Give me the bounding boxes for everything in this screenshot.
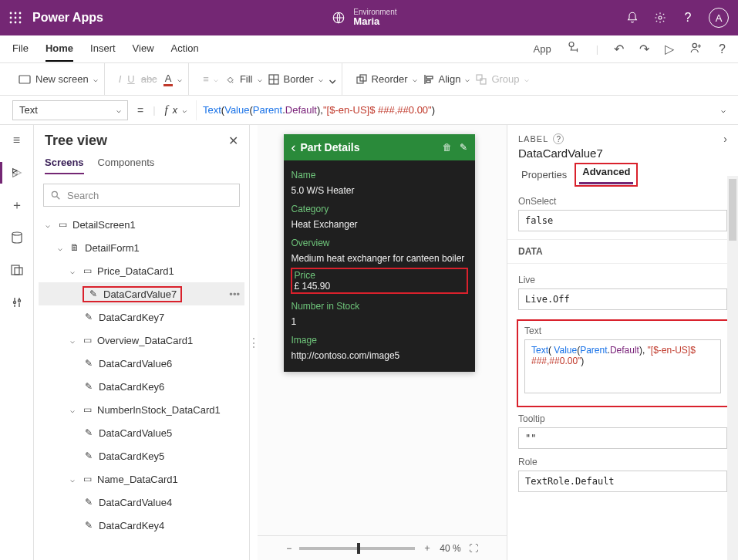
tab-screens[interactable]: Screens <box>45 152 84 174</box>
tree-node-screen[interactable]: ⌵▭DetailScreen1 <box>39 213 244 236</box>
share-icon[interactable] <box>689 41 703 58</box>
tree-node-overview-card[interactable]: ⌵▭Overview_DataCard1 <box>39 329 244 352</box>
tab-advanced[interactable]: Advanced <box>579 161 633 184</box>
svg-point-3 <box>10 17 12 19</box>
reorder-button[interactable]: Reorder ⌵ <box>356 73 417 85</box>
gear-icon[interactable] <box>653 11 667 25</box>
tree-node-stock-card[interactable]: ⌵▭NumberInStock_DataCard1 <box>39 398 244 421</box>
tree-node-price-card[interactable]: ⌵▭Price_DataCard1 <box>39 259 244 282</box>
card-icon: ▭ <box>82 404 93 415</box>
fill-label: Fill <box>240 73 253 85</box>
more-format-button[interactable]: ⌵ <box>329 73 335 86</box>
svg-point-0 <box>10 12 12 15</box>
svg-rect-20 <box>426 76 433 79</box>
zoom-out-button[interactable]: − <box>286 543 291 554</box>
formula-expand-icon[interactable]: ⌵ <box>721 106 726 114</box>
strike-button[interactable]: abc <box>141 73 157 85</box>
fit-icon[interactable]: ⛶ <box>469 543 478 554</box>
rail-tools-icon[interactable] <box>9 295 25 310</box>
text-input[interactable]: Text( Value(Parent.Default), "[$-en-US]$… <box>524 339 721 393</box>
data-section-header: DATA <box>507 239 738 264</box>
user-avatar[interactable]: A <box>709 8 729 28</box>
rail-insert-icon[interactable]: ＋ <box>9 197 25 213</box>
menu-file[interactable]: File <box>12 36 29 62</box>
help2-icon[interactable]: ? <box>719 42 726 56</box>
field-category-label: Category <box>291 204 467 214</box>
tree-node-datacardkey4[interactable]: ✎DataCardKey4 <box>39 514 244 537</box>
new-screen-button[interactable]: New screen ⌵ <box>19 73 98 85</box>
phone-preview[interactable]: ‹ Part Details 🗑 ✎ Name 5.0 W/S Heater C… <box>284 134 475 372</box>
field-price-value: £ 145.90 <box>295 281 464 292</box>
onselect-label: OnSelect <box>518 196 727 207</box>
more-icon[interactable]: ••• <box>229 288 240 300</box>
fill-button[interactable]: Fill ⌵ <box>224 73 262 85</box>
rail-tree-icon[interactable] <box>9 165 25 180</box>
group-label: Group <box>491 73 519 85</box>
onselect-input[interactable]: false <box>518 210 727 231</box>
help-icon[interactable]: ? <box>681 11 695 25</box>
environment-picker[interactable]: Environment Maria <box>353 8 396 27</box>
live-input[interactable]: Live.Off <box>518 288 727 310</box>
group-button[interactable]: Group ⌵ <box>476 73 528 85</box>
chevron-right-icon[interactable]: › <box>723 133 727 145</box>
font-color-button[interactable]: A⌵ <box>163 73 183 86</box>
italic-button[interactable]: I <box>119 73 122 85</box>
menu-home[interactable]: Home <box>45 36 73 62</box>
panel-resize-handle[interactable]: ⋮ <box>250 125 258 560</box>
checker-icon[interactable] <box>567 41 581 58</box>
tree-node-datacardvalue7[interactable]: ✎DataCardValue7••• <box>39 282 244 305</box>
formula-input[interactable]: Text( Value(Parent.Default), "[$-en-US]$… <box>196 100 715 120</box>
svg-rect-21 <box>426 80 430 83</box>
props-scrollbar[interactable] <box>727 176 738 560</box>
align-label: Align <box>439 73 461 85</box>
underline-button[interactable]: U <box>127 73 134 85</box>
zoom-in-button[interactable]: ＋ <box>423 541 432 555</box>
property-selector[interactable]: Text ⌵ <box>12 100 128 120</box>
close-icon[interactable]: ✕ <box>228 133 238 148</box>
rail-data-icon[interactable] <box>9 230 25 245</box>
label-icon: ✎ <box>83 427 94 438</box>
tree-node-datacardkey7[interactable]: ✎DataCardKey7 <box>39 305 244 329</box>
tree-node-datacardvalue6[interactable]: ✎DataCardValue6 <box>39 352 244 375</box>
bell-icon[interactable] <box>625 11 639 25</box>
app-title: Power Apps <box>32 11 103 25</box>
align-text-button[interactable]: ≡ ⌵ <box>203 73 218 85</box>
waffle-icon[interactable] <box>9 12 22 24</box>
svg-rect-26 <box>15 268 22 275</box>
left-rail: ≡ ＋ <box>0 125 34 560</box>
delete-icon[interactable]: 🗑 <box>443 142 452 153</box>
role-input[interactable]: TextRole.Default <box>518 471 727 492</box>
border-button[interactable]: Border ⌵ <box>268 73 323 85</box>
rail-hamburger-icon[interactable]: ≡ <box>9 133 25 148</box>
svg-point-5 <box>19 17 22 19</box>
tab-components[interactable]: Components <box>98 152 155 174</box>
tree-node-datacardvalue5[interactable]: ✎DataCardValue5 <box>39 421 244 444</box>
tree-node-form[interactable]: ⌵🗎DetailForm1 <box>39 236 244 259</box>
tooltip-input[interactable]: "" <box>518 427 727 449</box>
redo-icon[interactable]: ↷ <box>639 42 649 56</box>
svg-line-30 <box>57 197 60 200</box>
tree-node-datacardkey5[interactable]: ✎DataCardKey5 <box>39 444 244 467</box>
zoom-slider[interactable] <box>299 547 415 550</box>
selected-price-block[interactable]: Price £ 145.90 <box>291 268 467 293</box>
app-settings-button[interactable]: App <box>534 37 551 61</box>
edit-icon[interactable]: ✎ <box>460 142 467 153</box>
play-icon[interactable]: ▷ <box>665 42 674 56</box>
fx-button[interactable]: fx ⌵ <box>162 103 190 116</box>
rail-media-icon[interactable] <box>9 262 25 278</box>
field-name-value: 5.0 W/S Heater <box>291 185 467 196</box>
tree-node-datacardkey6[interactable]: ✎DataCardKey6 <box>39 375 244 398</box>
menu-insert[interactable]: Insert <box>90 36 116 62</box>
tree-node-name-card[interactable]: ⌵▭Name_DataCard1 <box>39 467 244 491</box>
align-button[interactable]: Align ⌵ <box>423 73 470 85</box>
undo-icon[interactable]: ↶ <box>614 42 624 56</box>
tab-properties[interactable]: Properties <box>518 164 570 185</box>
tree-node-datacardvalue4[interactable]: ✎DataCardValue4 <box>39 491 244 514</box>
label-icon: ✎ <box>83 520 94 531</box>
menu-view[interactable]: View <box>133 36 154 62</box>
menu-action[interactable]: Action <box>171 36 199 62</box>
tree-search-input[interactable]: Search <box>43 184 240 207</box>
formula-bar: Text ⌵ = | fx ⌵ Text( Value(Parent.Defau… <box>0 96 738 125</box>
info-icon[interactable]: ? <box>553 133 564 144</box>
zoom-value: 40 % <box>440 543 460 554</box>
